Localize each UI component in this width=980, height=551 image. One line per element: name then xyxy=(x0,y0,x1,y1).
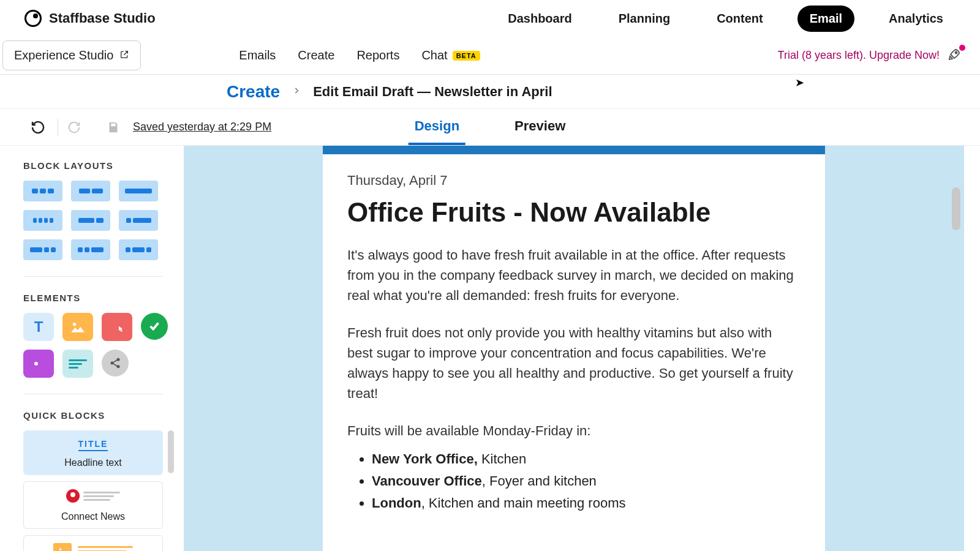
sub-nav: Emails Create Reports Chat BETA xyxy=(239,48,480,62)
element-text[interactable]: T xyxy=(23,313,54,341)
quick-block-title-mini: TITLE xyxy=(78,439,108,451)
email-headline[interactable]: Office Fruits - Now Available xyxy=(347,197,801,228)
redo-icon xyxy=(67,120,81,135)
subnav-reports[interactable]: Reports xyxy=(356,48,399,62)
breadcrumb-root[interactable]: Create xyxy=(227,82,280,102)
element-check[interactable] xyxy=(141,313,168,340)
layout-tile[interactable] xyxy=(23,181,62,201)
rocket-icon[interactable] xyxy=(947,47,962,64)
main-nav: Dashboard Planning Content Email Analyti… xyxy=(496,6,956,32)
lines-icon xyxy=(83,490,120,503)
sidebar-divider xyxy=(23,394,163,394)
subnav-emails[interactable]: Emails xyxy=(239,48,276,62)
layout-tile[interactable] xyxy=(71,181,110,201)
quick-blocks-heading: QUICK BLOCKS xyxy=(23,410,163,421)
sidebar: BLOCK LAYOUTS ELEMENTS T xyxy=(0,146,184,551)
quick-block-connect-news[interactable]: Connect News xyxy=(23,481,163,529)
subnav-create[interactable]: Create xyxy=(298,48,334,62)
sub-header: Experience Studio Emails Create Reports … xyxy=(0,37,980,75)
element-divider[interactable] xyxy=(62,350,93,378)
layout-tile[interactable] xyxy=(119,239,158,260)
email-paragraph[interactable]: Fresh fruit does not only provide you wi… xyxy=(347,323,801,403)
external-link-icon xyxy=(119,48,129,62)
layout-tile[interactable] xyxy=(71,210,110,231)
chevron-right-icon xyxy=(292,86,301,97)
email-locations-list[interactable]: New York Office, Kitchen Vancouver Offic… xyxy=(372,449,801,513)
sidebar-divider xyxy=(23,276,163,277)
image-thumb-icon xyxy=(53,543,72,551)
email-canvas[interactable]: Thursday, April 7 Office Fruits - Now Av… xyxy=(184,146,964,551)
breadcrumb-title: Edit Email Draft — Newsletter in April xyxy=(313,84,552,100)
svg-rect-3 xyxy=(108,321,126,331)
layout-tile[interactable] xyxy=(119,181,158,201)
quick-block-feature[interactable] xyxy=(23,535,163,551)
block-layouts-heading: BLOCK LAYOUTS xyxy=(23,160,163,171)
pin-icon xyxy=(66,489,80,503)
svg-point-2 xyxy=(73,323,76,326)
quick-block-news-sub: Connect News xyxy=(24,511,162,522)
email-paragraph[interactable]: Fruits will be available Monday-Friday i… xyxy=(347,421,801,441)
svg-point-5 xyxy=(34,362,38,365)
nav-content[interactable]: Content xyxy=(704,6,775,32)
tab-preview[interactable]: Preview xyxy=(508,110,571,145)
email-header-bar xyxy=(323,146,825,154)
lines-icon xyxy=(78,544,133,552)
list-item[interactable]: London, Kitchen and main meeting rooms xyxy=(372,493,801,513)
svg-rect-7 xyxy=(69,363,82,365)
element-button[interactable] xyxy=(102,313,132,341)
list-item[interactable]: Vancouver Office, Foyer and kitchen xyxy=(372,471,801,491)
element-share[interactable] xyxy=(102,350,129,377)
list-item[interactable]: New York Office, Kitchen xyxy=(372,449,801,469)
layout-tile[interactable] xyxy=(71,239,110,260)
quick-block-title-sub: Headline text xyxy=(24,457,162,468)
svg-point-0 xyxy=(956,51,957,53)
trial-upgrade-link[interactable]: Trial (8 years left). Upgrade Now! xyxy=(778,49,940,62)
elements-grid: T xyxy=(23,313,163,378)
svg-point-12 xyxy=(59,548,62,550)
saved-status[interactable]: Saved yesterday at 2:29 PM xyxy=(133,121,271,133)
email-date[interactable]: Thursday, April 7 xyxy=(347,173,801,189)
experience-studio-button[interactable]: Experience Studio xyxy=(2,40,141,70)
elements-heading: ELEMENTS xyxy=(23,293,163,303)
quick-blocks-scrollbar[interactable] xyxy=(168,430,174,473)
toolbar-divider xyxy=(58,119,58,136)
subnav-chat-label: Chat xyxy=(421,48,447,62)
breadcrumb: Create Edit Email Draft — Newsletter in … xyxy=(0,75,980,109)
email-paragraph[interactable]: It's always good to have fresh fruit ava… xyxy=(347,245,801,305)
svg-rect-8 xyxy=(69,367,78,369)
view-tabs: Design Preview xyxy=(409,110,572,145)
layout-tile[interactable] xyxy=(23,210,62,231)
brand-logo-icon xyxy=(24,10,42,27)
nav-email[interactable]: Email xyxy=(797,6,854,32)
tab-design[interactable]: Design xyxy=(409,110,466,145)
element-video[interactable] xyxy=(23,350,54,378)
svg-rect-6 xyxy=(69,359,87,361)
toolbar: Saved yesterday at 2:29 PM Design Previe… xyxy=(0,109,980,146)
email-body[interactable]: Thursday, April 7 Office Fruits - Now Av… xyxy=(323,146,825,551)
element-image[interactable] xyxy=(62,313,93,341)
layout-tile[interactable] xyxy=(23,239,62,260)
top-header: Staffbase Studio Dashboard Planning Cont… xyxy=(0,0,980,37)
nav-analytics[interactable]: Analytics xyxy=(876,6,956,32)
subnav-chat[interactable]: Chat BETA xyxy=(421,48,480,62)
brand-name: Staffbase Studio xyxy=(49,10,156,26)
nav-planning[interactable]: Planning xyxy=(606,6,682,32)
quick-blocks-list: TITLE Headline text Connect News xyxy=(23,430,163,551)
nav-dashboard[interactable]: Dashboard xyxy=(496,6,584,32)
undo-icon[interactable] xyxy=(31,120,45,135)
beta-badge: BETA xyxy=(453,51,480,61)
canvas-wrap: Thursday, April 7 Office Fruits - Now Av… xyxy=(184,146,980,551)
canvas-scrollbar[interactable] xyxy=(952,187,960,230)
notification-dot-icon xyxy=(959,45,965,51)
experience-studio-label: Experience Studio xyxy=(14,48,113,62)
save-icon[interactable] xyxy=(106,120,121,135)
block-layouts-grid xyxy=(23,181,163,260)
quick-block-title[interactable]: TITLE Headline text xyxy=(23,430,163,475)
main-area: BLOCK LAYOUTS ELEMENTS T xyxy=(0,146,980,551)
layout-tile[interactable] xyxy=(119,210,158,231)
brand-logo[interactable]: Staffbase Studio xyxy=(24,10,156,27)
trial-area: Trial (8 years left). Upgrade Now! xyxy=(778,47,980,64)
